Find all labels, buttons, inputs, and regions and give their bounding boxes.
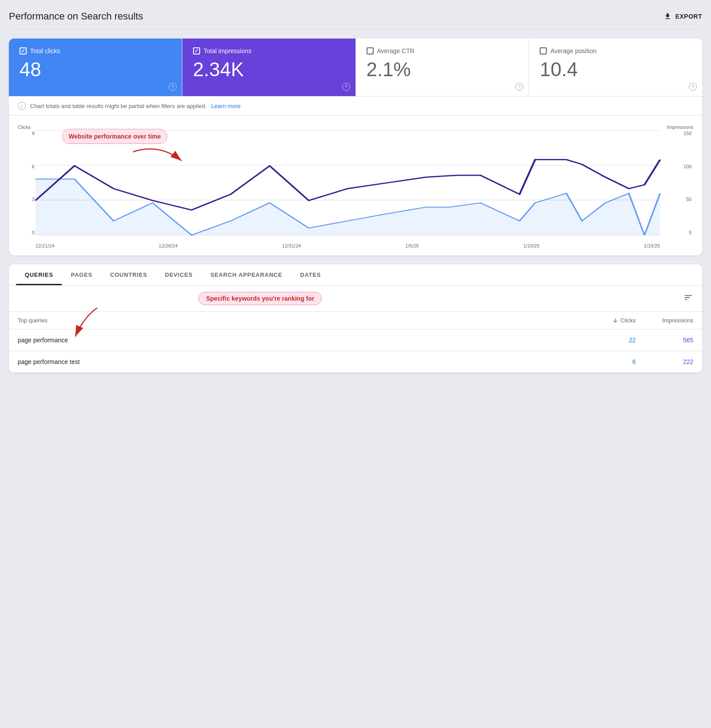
tab-devices[interactable]: DEVICES bbox=[156, 264, 201, 285]
table-row: page performance test 6 222 bbox=[9, 351, 702, 373]
tab-queries[interactable]: QUERIES bbox=[16, 264, 62, 285]
impressions-value: 2.34K bbox=[193, 60, 345, 79]
right-y-ticks: 150 100 50 0 bbox=[662, 131, 693, 235]
table-row: page performance 22 565 bbox=[9, 329, 702, 351]
table-header-row: Specific keywords you're ranking for bbox=[9, 286, 702, 312]
row-clicks-2: 6 bbox=[583, 358, 636, 365]
chart-container: Website performance over time Clicks Imp… bbox=[9, 116, 702, 256]
main-performance-card: Total clicks 48 ? Total impressions 2.34… bbox=[9, 39, 702, 256]
sort-down-icon bbox=[612, 318, 618, 324]
metric-average-ctr[interactable]: Average CTR 2.1% ? bbox=[356, 39, 529, 96]
col-header-clicks[interactable]: Clicks bbox=[583, 317, 636, 324]
info-icon: i bbox=[18, 102, 26, 110]
impressions-checkbox[interactable] bbox=[193, 47, 200, 54]
ctr-label: Average CTR bbox=[377, 47, 415, 54]
chart-info-bar: i Chart totals and table results might b… bbox=[9, 97, 702, 116]
filter-icon[interactable] bbox=[684, 293, 693, 304]
position-value: 10.4 bbox=[540, 60, 692, 79]
col-header-impressions: Impressions bbox=[636, 317, 693, 324]
tab-search-appearance[interactable]: SEARCH APPEARANCE bbox=[201, 264, 291, 285]
position-help-icon[interactable]: ? bbox=[689, 83, 697, 91]
bottom-table-card: QUERIES PAGES COUNTRIES DEVICES SEARCH A… bbox=[9, 264, 702, 373]
export-icon bbox=[664, 12, 672, 20]
clicks-label: Total clicks bbox=[30, 47, 60, 54]
clicks-value: 48 bbox=[19, 60, 171, 79]
tabs-row: QUERIES PAGES COUNTRIES DEVICES SEARCH A… bbox=[9, 264, 702, 286]
tab-countries[interactable]: COUNTRIES bbox=[101, 264, 156, 285]
impressions-help-icon[interactable]: ? bbox=[342, 83, 350, 91]
chart-svg bbox=[35, 131, 660, 235]
row-impressions-1: 565 bbox=[636, 337, 693, 344]
x-axis: 12/21/24 12/26/24 12/31/24 1/5/25 1/10/2… bbox=[35, 243, 660, 248]
tab-pages[interactable]: PAGES bbox=[62, 264, 101, 285]
position-checkbox[interactable] bbox=[540, 47, 547, 54]
metric-average-position[interactable]: Average position 10.4 ? bbox=[529, 39, 702, 96]
impressions-label: Total impressions bbox=[204, 47, 251, 54]
chart-info-text: Chart totals and table results might be … bbox=[30, 103, 207, 109]
ctr-checkbox[interactable] bbox=[367, 47, 374, 54]
learn-more-link[interactable]: Learn more bbox=[211, 103, 240, 109]
row-impressions-2: 222 bbox=[636, 358, 693, 365]
export-button[interactable]: EXPORT bbox=[664, 12, 702, 20]
table-col-headers: Top queries Clicks Impressions bbox=[9, 312, 702, 329]
left-y-ticks: 9 6 3 0 bbox=[18, 131, 35, 235]
tab-dates[interactable]: DATES bbox=[291, 264, 330, 285]
chart-annotation: Website performance over time bbox=[62, 129, 167, 144]
clicks-help-icon[interactable]: ? bbox=[169, 83, 177, 91]
ctr-help-icon[interactable]: ? bbox=[515, 83, 523, 91]
ctr-value: 2.1% bbox=[367, 60, 518, 79]
y-label-right: Impressions bbox=[667, 124, 693, 130]
metrics-row: Total clicks 48 ? Total impressions 2.34… bbox=[9, 39, 702, 97]
table-arrow-icon bbox=[71, 308, 106, 345]
y-label-left: Clicks bbox=[18, 124, 31, 130]
page-title: Performance on Search results bbox=[9, 11, 143, 22]
metric-total-clicks[interactable]: Total clicks 48 ? bbox=[9, 39, 182, 96]
position-label: Average position bbox=[550, 47, 596, 54]
svg-marker-5 bbox=[35, 179, 660, 235]
keyword-annotation: Specific keywords you're ranking for bbox=[198, 292, 322, 305]
chart-arrow-icon bbox=[133, 147, 186, 171]
clicks-checkbox[interactable] bbox=[19, 47, 27, 54]
row-query-2: page performance test bbox=[18, 358, 583, 365]
page-header: Performance on Search results EXPORT bbox=[9, 11, 702, 30]
row-clicks-1: 22 bbox=[583, 337, 636, 344]
metric-total-impressions[interactable]: Total impressions 2.34K ? bbox=[182, 39, 356, 96]
